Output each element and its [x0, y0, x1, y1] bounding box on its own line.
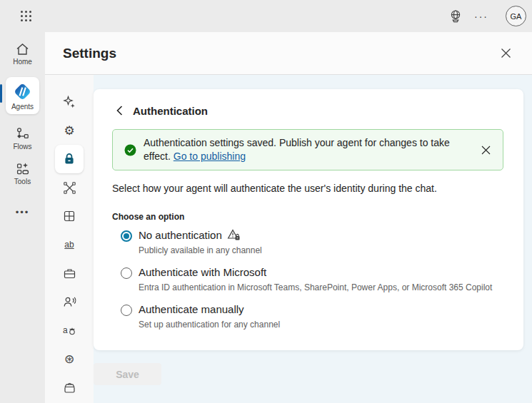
- sidebar-item-home[interactable]: Home: [2, 42, 44, 66]
- banner-dismiss-icon[interactable]: [476, 140, 496, 160]
- sidebar-item-tools[interactable]: Tools: [2, 162, 44, 185]
- success-banner: Authentication settings saved. Publish y…: [112, 129, 503, 170]
- top-app-bar: ··· GA: [0, 0, 532, 32]
- rail-item-security[interactable]: [55, 145, 84, 173]
- tools-icon: [16, 162, 30, 176]
- option-label: Authenticate with Microsoft: [139, 266, 266, 278]
- option-description: Entra ID authentication in Microsoft Tea…: [139, 282, 492, 292]
- settings-nav-rail: ⚙: [45, 75, 94, 403]
- rail-item-grid[interactable]: [55, 202, 84, 230]
- flows-icon: [16, 127, 30, 141]
- sidebar-more-icon[interactable]: •••: [16, 207, 30, 218]
- rail-item-entities[interactable]: ab: [55, 230, 84, 259]
- options-group-label: Choose an option: [112, 212, 503, 222]
- environment-globe-icon[interactable]: [444, 5, 467, 28]
- option-description: Publicly available in any channel: [139, 245, 262, 255]
- sidebar-item-label: Flows: [13, 143, 31, 151]
- sidebar-item-label: Tools: [14, 178, 31, 185]
- topbar-more-icon[interactable]: ···: [474, 11, 488, 22]
- warning-lock-icon: [227, 229, 241, 241]
- home-icon: [15, 42, 30, 56]
- voice-person-icon: [63, 295, 76, 309]
- radio-authenticate-with-microsoft[interactable]: [121, 267, 132, 279]
- rail-item-wheel[interactable]: ⊛: [55, 345, 84, 373]
- connections-icon: [63, 181, 76, 195]
- banner-message: Authentication settings saved. Publish y…: [144, 136, 473, 163]
- success-check-icon: [124, 144, 136, 156]
- gear-icon: ⚙: [64, 125, 74, 137]
- agents-logo-icon: [13, 82, 32, 101]
- back-chevron-icon[interactable]: [112, 103, 126, 118]
- settings-body: ⚙: [45, 75, 532, 403]
- option-description: Set up authentication for any channel: [139, 320, 280, 330]
- languages-icon: a: [62, 324, 76, 337]
- option-authenticate-manually[interactable]: Authenticate manually Set up authenticat…: [112, 303, 503, 330]
- option-content: Authenticate with Microsoft Entra ID aut…: [139, 266, 492, 292]
- rail-item-languages[interactable]: a: [55, 316, 84, 345]
- rail-item-briefcase[interactable]: [55, 259, 84, 287]
- entities-ab-icon: ab: [64, 240, 74, 250]
- rail-item-settings[interactable]: ⚙: [55, 116, 84, 145]
- close-settings-icon[interactable]: [495, 43, 516, 64]
- option-no-authentication[interactable]: No authentication Publi: [112, 229, 503, 255]
- option-content: Authenticate manually Set up authenticat…: [139, 303, 280, 330]
- rail-item-connections[interactable]: [55, 173, 84, 202]
- option-authenticate-with-microsoft[interactable]: Authenticate with Microsoft Entra ID aut…: [112, 266, 503, 292]
- settings-content: Authentication Authentication settings s…: [94, 75, 532, 403]
- rail-item-sparkles[interactable]: [55, 88, 84, 116]
- grid-table-icon: [63, 210, 76, 223]
- sidebar-item-label: Agents: [11, 103, 34, 111]
- rail-item-supply-box[interactable]: [55, 373, 84, 402]
- settings-dialog: Settings ⚙: [45, 32, 532, 403]
- svg-text:a: a: [63, 325, 68, 335]
- briefcase-icon: [63, 267, 76, 280]
- waffle-menu-icon[interactable]: [14, 5, 37, 28]
- sidebar-item-agents[interactable]: Agents: [6, 77, 39, 114]
- selection-indicator: [0, 84, 2, 103]
- sidebar-item-flows[interactable]: Flows: [2, 127, 44, 151]
- rail-item-voice[interactable]: [55, 287, 84, 316]
- authentication-card: Authentication Authentication settings s…: [94, 89, 523, 350]
- auth-description: Select how your agent will authenticate …: [112, 183, 503, 194]
- wheel-icon: ⊛: [64, 353, 74, 365]
- save-button[interactable]: Save: [94, 363, 161, 385]
- option-label: Authenticate manually: [139, 303, 244, 315]
- card-title: Authentication: [133, 105, 208, 117]
- security-lock-icon: [62, 152, 76, 166]
- option-label: No authentication: [139, 229, 222, 241]
- radio-authenticate-manually[interactable]: [121, 305, 132, 316]
- options-list: No authentication Publi: [112, 229, 503, 330]
- settings-header: Settings: [45, 32, 532, 75]
- card-header: Authentication: [112, 103, 503, 118]
- page-title: Settings: [63, 46, 116, 61]
- option-content: No authentication Publi: [139, 229, 262, 255]
- supply-box-icon: [63, 381, 76, 394]
- sidebar-item-label: Home: [13, 58, 32, 66]
- app-sidebar: Home Agents Flows: [0, 32, 45, 403]
- user-avatar[interactable]: GA: [506, 6, 526, 26]
- radio-no-authentication[interactable]: [121, 230, 132, 242]
- go-to-publishing-link[interactable]: Go to publishing: [174, 151, 246, 162]
- sparkles-icon: [63, 96, 76, 109]
